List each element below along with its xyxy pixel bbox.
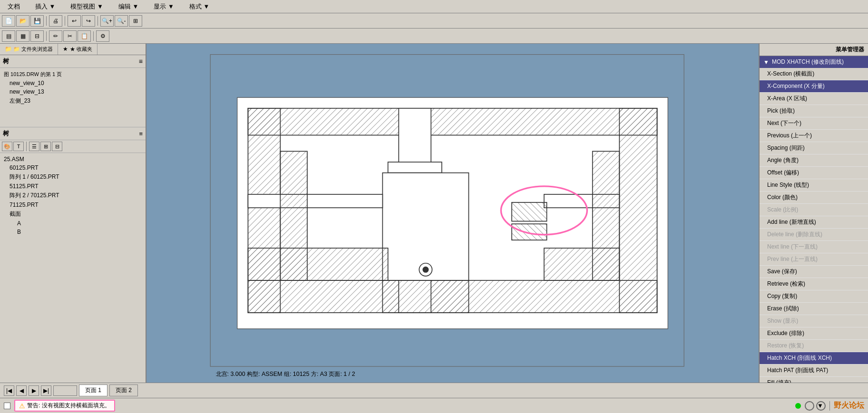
sep5: [93, 31, 94, 41]
tree-tool-expand[interactable]: ⊞: [40, 142, 51, 151]
menu-item-fill[interactable]: Fill (填充): [760, 377, 868, 383]
tree-item-prt2[interactable]: 51125.PRT: [2, 182, 144, 191]
tree-item-section[interactable]: 截面: [2, 209, 144, 219]
tree-content-1: 图 10125.DRW 的第 1 页 new_view_10 new_view_…: [0, 68, 146, 125]
nav-prev[interactable]: ◀: [16, 385, 27, 396]
right-panel-header: 菜单管理器: [760, 44, 868, 56]
tree-item-arr2[interactable]: 阵列 2 / 70125.PRT: [2, 191, 144, 201]
drawing-svg: 北宫: 3.000 构型: ASSEM 组: 10125 方: A3 页面: 1…: [146, 44, 759, 383]
menu-edit[interactable]: 编辑 ▼: [115, 1, 142, 12]
tree-item-prt1[interactable]: 60125.PRT: [2, 163, 144, 172]
zoom-in-btn[interactable]: 🔍+: [100, 15, 114, 27]
zoom-fit-btn[interactable]: ⊞: [129, 15, 142, 27]
menu-item-save[interactable]: Save (保存): [760, 266, 868, 278]
toolbar-row-1: 📄 📂 💾 🖨 ↩ ↪ 🔍+ 🔍- ⊞: [0, 13, 868, 29]
menu-item-next[interactable]: Next (下一个): [760, 117, 868, 130]
tree-tool-text[interactable]: T: [13, 142, 24, 151]
tree-settings-icon[interactable]: ≡: [139, 58, 143, 65]
menu-item-xarea[interactable]: X-Area (X 区域): [760, 93, 868, 105]
menu-display[interactable]: 显示 ▼: [150, 1, 177, 12]
tb2-btn4[interactable]: ✏: [49, 30, 62, 42]
menu-item-offset[interactable]: Offset (偏移): [760, 167, 868, 179]
undo-btn[interactable]: ↩: [68, 15, 81, 27]
tb2-btn7[interactable]: ⚙: [96, 30, 109, 42]
menu-section-xhatch[interactable]: ▼ MOD XHATCH (修改剖面线): [760, 56, 868, 68]
tree-item-sec-a[interactable]: A: [2, 219, 144, 228]
warning-icon: ⚠: [19, 402, 25, 410]
tree-tool-color[interactable]: 🎨: [2, 142, 12, 151]
status-icon-1[interactable]: [805, 401, 814, 411]
tree-item-asm[interactable]: 25.ASM: [2, 155, 144, 163]
menu-doc[interactable]: 文档: [4, 1, 24, 12]
tb2-btn2[interactable]: ▦: [16, 30, 29, 42]
menu-insert[interactable]: 插入 ▼: [31, 1, 59, 12]
menu-item-addline[interactable]: Add line (新增直线): [760, 216, 868, 229]
tree-section-icon: ≡: [139, 130, 143, 137]
nav-last[interactable]: ▶|: [41, 385, 51, 396]
menu-item-angle[interactable]: Angle (角度): [760, 154, 868, 167]
svg-rect-6: [619, 108, 657, 313]
menu-item-xcomponent[interactable]: X-Component (X 分量): [760, 80, 868, 93]
tb2-btn6[interactable]: 📋: [78, 30, 91, 42]
redo-btn[interactable]: ↪: [82, 15, 95, 27]
tree-doc-label: 图 10125.DRW 的第 1 页: [2, 70, 144, 79]
main-layout: 📁 📁 文件夹浏览器 ★ ★ 收藏夹 树 ≡ 图 10125.DRW 的第 1 …: [0, 44, 868, 383]
zoom-out-btn[interactable]: 🔍-: [115, 15, 128, 27]
tb2-btn5[interactable]: ✂: [63, 30, 77, 42]
menu-item-spacing[interactable]: Spacing (间距): [760, 142, 868, 154]
menu-model-view[interactable]: 模型视图 ▼: [67, 1, 107, 12]
status-checkbox[interactable]: [4, 403, 10, 409]
menu-item-hatchxch[interactable]: Hatch XCH (剖面线 XCH): [760, 352, 868, 365]
toolbar-row-2: ▤ ▦ ⊟ ✏ ✂ 📋 ⚙: [0, 29, 868, 44]
print-btn[interactable]: 🖨: [49, 15, 62, 27]
open-btn[interactable]: 📂: [16, 15, 29, 27]
status-icons: ▼: [805, 401, 826, 411]
section-arrow-icon: ▼: [763, 59, 769, 66]
new-btn[interactable]: 📄: [2, 15, 15, 27]
logo-text: 野火论坛: [834, 401, 864, 411]
menu-section-label: MOD XHATCH (修改剖面线): [772, 58, 844, 66]
menu-item-erase[interactable]: Erase (拭除): [760, 303, 868, 315]
status-icon-2[interactable]: ▼: [816, 401, 826, 411]
tree-item-view13[interactable]: new_view_13: [2, 87, 144, 96]
warning-text: 警告: 没有视图支持横截面填充。: [27, 402, 110, 410]
svg-text:北宫: 3.000  构型: ASSEM  组: 10125: 北宫: 3.000 构型: ASSEM 组: 10125 方: A3 页面: 1…: [216, 371, 355, 377]
page-input[interactable]: [53, 385, 77, 396]
page-tab-2[interactable]: 页面 2: [109, 384, 138, 396]
status-dot-green: [795, 403, 801, 409]
tree-toolbar-2: 🎨 T ☰ ⊞ ⊟: [0, 140, 146, 153]
tree-item-view10[interactable]: new_view_10: [2, 79, 144, 87]
menu-item-prevline: Prev line (上一直线): [760, 253, 868, 266]
tab-favorites[interactable]: ★ ★ 收藏夹: [58, 44, 97, 55]
menu-format[interactable]: 格式 ▼: [185, 1, 213, 12]
tree-item-sec-b[interactable]: B: [2, 228, 144, 236]
center-canvas[interactable]: 🔍+ 🔍- ⊡ ⬜ ⬛ ⊞ ⚙: [146, 44, 759, 383]
tree-tool-filter[interactable]: ⊟: [52, 142, 62, 151]
tree-item-arr1[interactable]: 阵列 1 / 60125.PRT: [2, 172, 144, 182]
right-panel: 菜单管理器 ▼ MOD XHATCH (修改剖面线) X-Section (横截…: [759, 44, 868, 383]
tab-file-browser[interactable]: 📁 📁 文件夹浏览器: [0, 44, 58, 55]
menu-item-retrieve[interactable]: Retrieve (检索): [760, 278, 868, 290]
nav-next[interactable]: ▶: [29, 385, 39, 396]
menu-item-deleteline: Delete line (删除直线): [760, 229, 868, 241]
menu-item-pick[interactable]: Pick (拾取): [760, 105, 868, 117]
menu-item-hatchpat[interactable]: Hatch PAT (剖面线 PAT): [760, 365, 868, 377]
tree-header-1: 树 ≡: [0, 55, 146, 68]
menu-item-previous[interactable]: Previous (上一个): [760, 130, 868, 142]
menu-item-linestyle[interactable]: Line Style (线型): [760, 179, 868, 192]
menu-item-copy[interactable]: Copy (复制): [760, 290, 868, 303]
menu-item-xsection[interactable]: X-Section (横截面): [760, 68, 868, 80]
sep2: [65, 16, 65, 26]
svg-rect-7: [399, 108, 431, 167]
tree-item-left23[interactable]: 左侧_23: [2, 96, 144, 106]
status-right: ▼ 野火论坛: [795, 401, 864, 411]
menu-item-exclude[interactable]: Exclude (排除): [760, 327, 868, 340]
tree-item-prt3[interactable]: 71125.PRT: [2, 201, 144, 209]
menu-item-color[interactable]: Color (颜色): [760, 192, 868, 204]
tb2-btn3[interactable]: ⊟: [30, 30, 44, 42]
nav-first[interactable]: |◀: [4, 385, 14, 396]
save-btn[interactable]: 💾: [30, 15, 44, 27]
tree-tool-list[interactable]: ☰: [29, 142, 39, 151]
tb2-btn1[interactable]: ▤: [2, 30, 15, 42]
page-tab-1[interactable]: 页面 1: [79, 384, 107, 396]
